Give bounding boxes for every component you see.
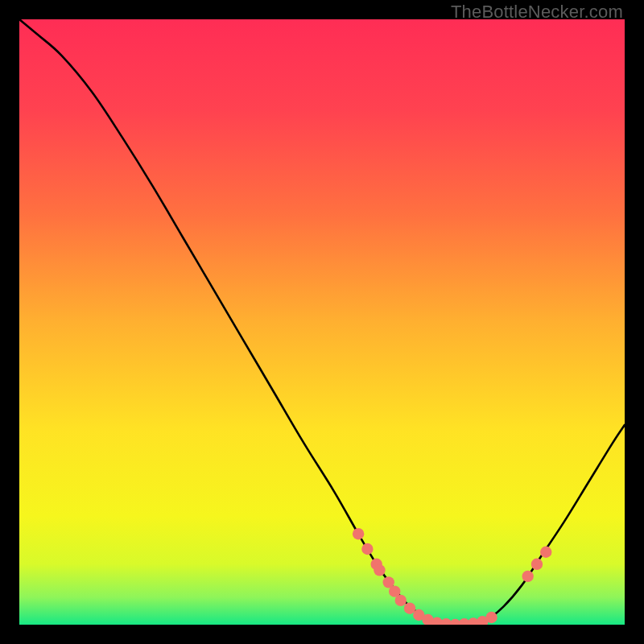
chart-frame [19,19,625,625]
marker-dot [374,564,385,576]
marker-dot [361,543,373,555]
bottleneck-chart [19,19,625,625]
marker-dot [522,571,533,582]
marker-dot [531,559,543,570]
gradient-background [19,19,625,625]
marker-dot [485,612,497,623]
watermark-text: TheBottleNecker.com [451,2,623,23]
marker-dot [353,528,364,539]
marker-dot [395,595,407,606]
marker-dot [540,547,551,558]
